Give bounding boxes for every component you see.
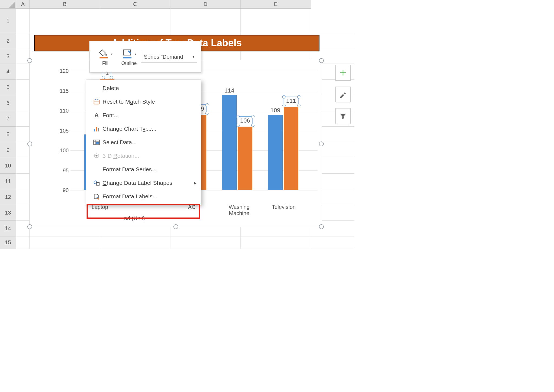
menu-font[interactable]: A Font... — [86, 108, 201, 122]
label-selection-handle[interactable] — [251, 124, 254, 127]
chart-axis-bottom-text: nd (Unit) — [124, 215, 145, 222]
mini-fill-label: Fill — [102, 61, 108, 66]
column-header-A[interactable]: A — [16, 0, 30, 9]
chart-styles-button[interactable] — [335, 87, 351, 102]
select-all-corner[interactable] — [0, 0, 16, 9]
row-header-13[interactable]: 13 — [0, 205, 16, 221]
bar-group[interactable]: 114106 — [219, 63, 257, 190]
label-selection-handle[interactable] — [251, 115, 254, 118]
label-selection-handle[interactable] — [205, 112, 208, 115]
row-header-10[interactable]: 10 — [0, 158, 16, 174]
svg-rect-4 — [94, 100, 99, 104]
menu-reset-style[interactable]: Reset to Match Style — [86, 95, 201, 108]
format-labels-icon — [91, 193, 103, 200]
category-label: Laptop — [81, 204, 119, 216]
mini-series-text: Series "Demand — [144, 54, 183, 60]
chart-handle-b[interactable] — [173, 224, 178, 229]
font-icon: A — [91, 112, 103, 119]
label-selection-handle[interactable] — [205, 103, 208, 106]
select-data-icon — [91, 139, 103, 146]
chart-plus-button[interactable] — [335, 65, 351, 81]
label-selection-handle[interactable] — [282, 104, 286, 107]
bar-supply[interactable] — [268, 115, 283, 190]
label-selection-handle[interactable] — [236, 124, 240, 127]
row-header-7[interactable]: 7 — [0, 111, 16, 127]
svg-rect-9 — [96, 142, 99, 144]
column-header-D[interactable]: D — [170, 0, 241, 9]
label-selection-handle[interactable] — [297, 104, 300, 107]
data-label-demand-selected[interactable]: 111 — [284, 97, 299, 105]
y-tick: 100 — [60, 147, 69, 154]
row-header-9[interactable]: 9 — [0, 142, 16, 158]
menu-format-data-series[interactable]: Format Data Series... — [86, 163, 201, 176]
row-header-12[interactable]: 12 — [0, 189, 16, 205]
y-tick: 115 — [60, 88, 69, 94]
category-label: Washing Machine — [219, 204, 259, 216]
y-tick: 120 — [60, 68, 69, 74]
context-menu: Delete Reset to Match Style A Font... Ch… — [86, 80, 201, 205]
reset-icon — [91, 98, 103, 105]
svg-rect-3 — [123, 57, 131, 58]
y-tick: 95 — [63, 167, 69, 173]
chart-handle-bl[interactable] — [27, 224, 32, 229]
submenu-arrow-icon: ▸ — [194, 180, 197, 186]
data-label-demand-selected[interactable]: 106 — [238, 116, 253, 125]
mini-outline-label: Outline — [121, 61, 137, 66]
row-header-5[interactable]: 5 — [0, 80, 16, 95]
column-header-B[interactable]: B — [30, 0, 100, 9]
row-header-2[interactable]: 2 — [0, 33, 16, 49]
bar-demand[interactable] — [238, 127, 252, 190]
category-label: AC — [173, 204, 211, 216]
label-selection-handle[interactable] — [236, 115, 240, 118]
svg-rect-1 — [100, 57, 108, 58]
mini-fill-button[interactable]: ▾ Fill — [93, 41, 117, 72]
chart-handle-r[interactable] — [319, 141, 324, 146]
menu-delete[interactable]: Delete — [86, 81, 201, 95]
mini-outline-button[interactable]: ▾ Outline — [117, 41, 141, 72]
chevron-down-icon: ▾ — [193, 55, 194, 59]
menu-select-data[interactable]: Select Data... — [86, 136, 201, 149]
row-header-4[interactable]: 4 — [0, 64, 16, 80]
menu-change-label-shapes[interactable]: Change Data Label Shapes ▸ — [86, 176, 201, 190]
row-header-3[interactable]: 3 — [0, 49, 16, 64]
chart-filter-button[interactable] — [335, 108, 351, 124]
svg-rect-7 — [98, 128, 99, 131]
label-selection-handle[interactable] — [102, 76, 105, 79]
svg-rect-5 — [94, 129, 95, 131]
bar-group[interactable]: 109111 — [265, 63, 303, 190]
mini-toolbar: ▾ Fill ▾ Outline Series "Demand ▾ — [89, 41, 201, 73]
chart-handle-br[interactable] — [319, 224, 324, 229]
shapes-icon — [91, 179, 103, 186]
column-header-C[interactable]: C — [100, 0, 170, 9]
mini-series-dropdown[interactable]: Series "Demand ▾ — [141, 51, 197, 63]
row-header-14[interactable]: 14 — [0, 221, 16, 236]
menu-format-data-labels[interactable]: Format Data Labels... — [86, 190, 201, 203]
label-selection-handle[interactable] — [282, 95, 286, 98]
svg-point-12 — [97, 197, 98, 198]
row-header-15[interactable]: 15 — [0, 236, 16, 249]
chart-type-icon — [91, 125, 103, 132]
y-tick: 110 — [60, 108, 69, 114]
svg-rect-6 — [96, 127, 97, 131]
bar-supply[interactable] — [222, 95, 237, 190]
row-header-11[interactable]: 11 — [0, 174, 16, 189]
label-selection-handle[interactable] — [297, 95, 300, 98]
chart-handle-l[interactable] — [27, 141, 32, 146]
category-label: Television — [265, 204, 303, 216]
chart-handle-tl[interactable] — [27, 58, 32, 63]
chart-handle-tr[interactable] — [319, 58, 324, 63]
row-header-8[interactable]: 8 — [0, 127, 16, 142]
y-tick: 90 — [63, 187, 69, 193]
bar-demand[interactable] — [284, 107, 298, 190]
data-label-supply[interactable]: 114 — [225, 87, 235, 94]
svg-marker-0 — [9, 2, 15, 8]
menu-3d-rotation: 3-D Rotation... — [86, 149, 201, 163]
y-tick: 105 — [60, 127, 69, 134]
row-header-6[interactable]: 6 — [0, 95, 16, 111]
row-header-1[interactable]: 1 — [0, 9, 16, 33]
column-header-E[interactable]: E — [241, 0, 311, 9]
data-label-supply[interactable]: 109 — [271, 107, 281, 114]
menu-change-chart-type[interactable]: Change Chart Type... — [86, 122, 201, 136]
cube-icon — [91, 153, 103, 159]
